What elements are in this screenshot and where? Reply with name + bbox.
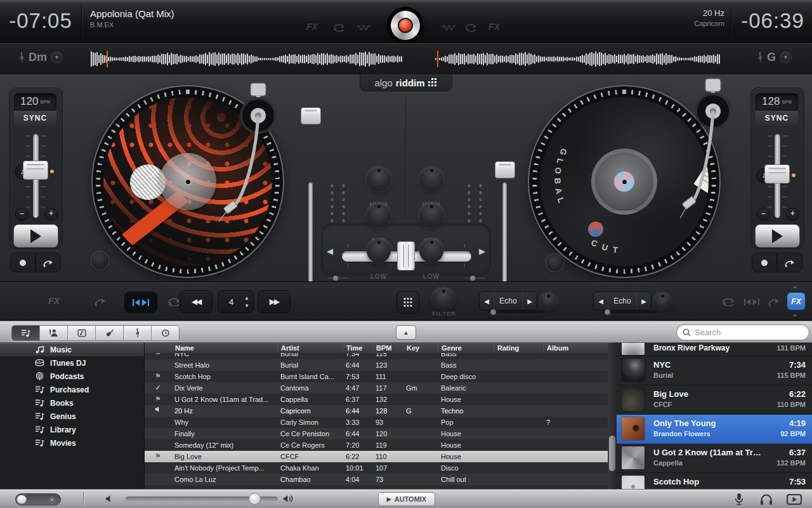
skip-cue-button-right[interactable] (743, 297, 760, 309)
table-row[interactable]: Someday (12" mix)Ce Ce Rogers7:20119Hous… (145, 439, 608, 451)
deck-a-aux-knob[interactable] (91, 252, 108, 269)
column-header-key[interactable]: Key (403, 343, 438, 353)
waveform-a[interactable] (91, 51, 404, 67)
next-fx-icon[interactable]: ▶ (637, 298, 651, 305)
fx-select-a[interactable]: ◀ Echo ▶ (479, 291, 537, 311)
column-header-name[interactable]: Name (171, 343, 277, 353)
loop-button-right[interactable] (721, 297, 736, 309)
column-header-album[interactable]: Album (543, 343, 608, 353)
key-selector-a[interactable]: Dm ▾ (19, 51, 63, 64)
sidebar-item-music[interactable]: Music (0, 343, 144, 356)
table-row[interactable]: FinallyCe Ce Peniston6:44120House (145, 428, 608, 439)
sidebar-item-itunes-dj[interactable]: iTunes DJ (0, 356, 144, 370)
split-output-toggle[interactable] (15, 493, 61, 505)
automix-button[interactable]: ▶ AUTOMIX (378, 492, 435, 506)
eq-high-knob-b[interactable] (419, 167, 443, 191)
record-cue-button-a[interactable] (10, 253, 36, 272)
crossfader-right-arrow[interactable]: ▶ (479, 246, 485, 256)
deck-b-aux-knob[interactable] (546, 254, 563, 271)
slider-thumb[interactable] (605, 309, 610, 315)
column-header-artist[interactable]: Artist (277, 343, 343, 353)
sidebar-item-movies[interactable]: Movies (0, 436, 144, 450)
table-row[interactable]: ✓Dix VerteCantoma4:47117GmBalearic (145, 382, 608, 394)
prev-fx-icon[interactable]: ◀ (594, 298, 608, 305)
sidebar-item-podcasts[interactable]: Podcasts (0, 370, 144, 383)
eq-high-knob-a[interactable] (367, 167, 391, 191)
table-row[interactable]: ⚑Scotch HopBurnt Island Ca...7:53111Deep… (145, 371, 608, 382)
eq-low-knob-a[interactable] (367, 239, 391, 263)
tab-genres[interactable] (96, 326, 124, 340)
record-cue-button-b[interactable] (752, 253, 777, 272)
tab-artists[interactable] (40, 326, 68, 340)
eq-mid-knob-a[interactable] (367, 203, 391, 227)
sync-button-b[interactable]: SYNC (756, 110, 798, 126)
volume-slider-knob[interactable] (249, 493, 261, 505)
table-row[interactable]: ⚑Big LoveCFCF6:22110House (145, 451, 608, 462)
preview-player-button[interactable] (787, 494, 802, 505)
tab-playlists[interactable] (12, 326, 40, 340)
scrollbar-thumb[interactable] (609, 436, 615, 471)
key-selector-b[interactable]: G ▾ (757, 51, 792, 64)
sidebar-item-books[interactable]: Books (0, 396, 144, 410)
sidebar-item-purchased[interactable]: Purchased (0, 383, 144, 396)
pitch-plus-button-a[interactable]: + (44, 208, 58, 221)
crossfader-left-arrow[interactable]: ◀ (327, 246, 333, 256)
tab-albums[interactable] (68, 326, 96, 340)
column-header-genre[interactable]: Genre (438, 343, 494, 353)
chevron-down-icon[interactable]: ▾ (780, 51, 792, 64)
queue-item[interactable]: Only The YoungBrandon Flowers4:1992 BPM (617, 415, 812, 444)
fx-toggle-left[interactable]: FX (48, 296, 60, 306)
table-row[interactable]: 20 HzCapricorn6:44128GTechno (145, 405, 608, 417)
table-row[interactable]: Como La LuzChambao4:0473Chill out (145, 474, 608, 485)
tab-history[interactable] (152, 326, 179, 340)
toggle-knob[interactable] (16, 495, 27, 504)
fx-wet-slider-b[interactable] (603, 311, 657, 314)
fast-forward-button[interactable]: ▶▶ (258, 290, 291, 313)
crossfader-handle[interactable] (397, 241, 415, 271)
pitch-minus-button-b[interactable]: – (757, 208, 770, 221)
slider-thumb[interactable] (490, 309, 496, 315)
table-row[interactable]: Ain't Nobody (Project Temp...Chaka Khan1… (145, 462, 608, 474)
loop-length-stepper[interactable]: 4 ▲▼ (218, 290, 254, 313)
pitch-minus-button-a[interactable]: – (15, 208, 29, 221)
fx-amount-knob-b[interactable] (654, 293, 671, 309)
tonearm-b[interactable] (674, 75, 743, 234)
pad-grid-button[interactable] (396, 291, 419, 314)
table-row[interactable]: WhyCarly Simon3:3393Pop? (145, 417, 608, 428)
pitch-plus-button-b[interactable]: + (786, 208, 799, 221)
queue-item[interactable]: Scotch Hop7:53 (617, 473, 812, 489)
fx-select-b[interactable]: ◀ Echo ▶ (593, 291, 652, 311)
cue-jump-button-a[interactable] (36, 253, 61, 272)
fx-panel-button[interactable]: FX (787, 292, 806, 311)
tab-keys[interactable] (124, 326, 152, 340)
record-button[interactable] (388, 8, 422, 43)
fx-panel-up-icon[interactable]: ▲ (792, 284, 797, 290)
queue-scrollbar[interactable] (608, 343, 617, 489)
eq-low-knob-b[interactable] (419, 239, 443, 263)
cue-arrow-button-right[interactable] (768, 297, 780, 309)
microphone-button[interactable] (734, 493, 744, 505)
queue-item[interactable]: Bronx River Parkway131 BPM (617, 343, 812, 356)
next-fx-icon[interactable]: ▶ (523, 298, 537, 305)
sidebar-item-library[interactable]: Library (0, 423, 144, 436)
fx-amount-knob-a[interactable] (540, 293, 556, 309)
cue-jump-button-b[interactable] (777, 253, 802, 272)
eq-mid-knob-b[interactable] (419, 203, 443, 227)
queue-item[interactable]: NYCBurial7:34115 BPM (617, 356, 812, 385)
column-header-rating[interactable]: Rating (494, 343, 543, 353)
prev-fx-icon[interactable]: ◀ (480, 298, 494, 305)
search-input[interactable] (693, 327, 809, 338)
stepper-up-icon[interactable]: ▲ (244, 295, 249, 301)
cue-arrow-button-left[interactable] (94, 297, 107, 309)
play-button-a[interactable] (13, 224, 58, 248)
filter-knob[interactable] (433, 288, 454, 309)
volume-fader-b[interactable] (495, 161, 515, 178)
stepper-down-icon[interactable]: ▼ (244, 303, 249, 309)
volume-fader-a[interactable] (301, 107, 321, 124)
column-header-bpm[interactable]: BPM (372, 343, 403, 353)
rewind-button[interactable]: ◀◀ (180, 290, 213, 313)
tonearm-a[interactable] (219, 79, 289, 238)
column-header-time[interactable]: Time (343, 343, 372, 353)
pitch-fader-handle-b[interactable] (764, 164, 790, 184)
table-row[interactable]: ⚑NYCBurial7:34115Bass (145, 353, 608, 359)
